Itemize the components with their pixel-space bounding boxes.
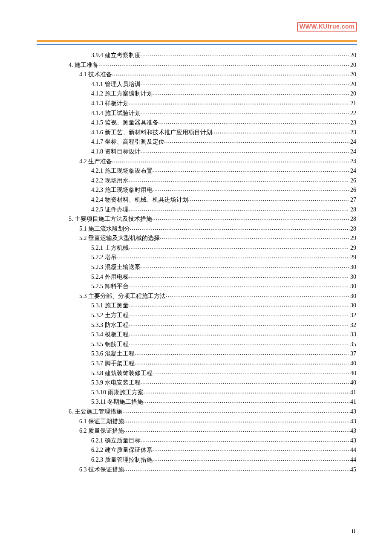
- toc-entry[interactable]: 5.3.1 施工测量30: [37, 301, 356, 311]
- toc-entry-page: 40: [349, 369, 356, 379]
- toc-leader-dots: [129, 339, 350, 349]
- toc-entry-label: 4.2 生产准备: [79, 157, 112, 167]
- toc-entry[interactable]: 5. 主要项目施工方法及技术措施28: [37, 214, 356, 224]
- toc-entry-page: 43: [349, 407, 356, 417]
- toc-entry-page: 37: [349, 349, 356, 359]
- toc-entry-page: 20: [349, 80, 356, 90]
- toc-leader-dots: [141, 435, 350, 445]
- toc-entry-label: 4.1.4 施工试验计划: [91, 109, 141, 119]
- toc-entry-page: 24: [349, 166, 356, 176]
- toc-entry[interactable]: 5.3.8 建筑装饰装修工程40: [37, 369, 356, 379]
- watermark-stamp: WWW.KUtrue.com: [297, 22, 357, 32]
- toc-entry-page: 24: [349, 157, 356, 167]
- toc-entry[interactable]: 4.1.8 资料目标设计24: [37, 147, 356, 157]
- toc-entry[interactable]: 5.3.9 水电安装工程40: [37, 378, 356, 388]
- toc-entry-page: 30: [349, 272, 356, 282]
- toc-entry[interactable]: 6.3 技术保证措施45: [37, 465, 356, 475]
- toc-entry-page: 30: [349, 282, 356, 292]
- toc-entry[interactable]: 4.2.3 施工现场临时用电26: [37, 185, 356, 195]
- toc-entry-label: 5.3.2 土方工程: [91, 311, 129, 321]
- toc-entry[interactable]: 5.3.6 混凝土工程37: [37, 349, 356, 359]
- toc-entry[interactable]: 4. 施工准备20: [37, 61, 356, 70]
- toc-entry[interactable]: 5.3 主要分部、分项工程施工方法30: [37, 292, 356, 301]
- toc-entry-label: 5.2.2 塔吊: [91, 253, 117, 263]
- page-number: II: [352, 528, 355, 535]
- toc-entry-page: 43: [349, 436, 356, 446]
- toc-entry[interactable]: 5.2 垂直运输及大型机械的选择29: [37, 234, 356, 243]
- toc-entry[interactable]: 4.1.6 新工艺、新材料和技术推广应用项目计划23: [37, 128, 356, 138]
- toc-entry[interactable]: 6.2.2 建立质量保证体系44: [37, 445, 356, 455]
- toc-entry[interactable]: 4.1.2 施工方案编制计划20: [37, 89, 356, 99]
- toc-entry[interactable]: 4.1.3 样板计划21: [37, 99, 356, 109]
- toc-entry-label: 6. 主要施工管理措施: [69, 407, 122, 417]
- toc-entry-label: 4.1.6 新工艺、新材料和技术推广应用项目计划: [91, 128, 212, 138]
- toc-entry-page: 43: [349, 426, 356, 436]
- toc-entry[interactable]: 6.2.3 质量管理控制措施44: [37, 455, 356, 465]
- toc-leader-dots: [117, 252, 350, 262]
- toc-entry-page: 32: [349, 321, 356, 330]
- toc-entry-page: 24: [349, 147, 356, 157]
- toc-entry-label: 5.1 施工流水段划分: [79, 224, 130, 234]
- toc-entry[interactable]: 5.2.3 混凝土输送泵30: [37, 263, 356, 272]
- toc-entry-page: 28: [349, 224, 356, 234]
- toc-entry[interactable]: 5.2.5 卸料平台30: [37, 282, 356, 292]
- toc-entry[interactable]: 5.3.2 土方工程32: [37, 311, 356, 321]
- toc-entry[interactable]: 5.2.1 土方机械29: [37, 243, 356, 253]
- toc-leader-dots: [124, 464, 349, 474]
- toc-leader-dots: [141, 50, 350, 60]
- toc-entry-page: 27: [349, 195, 356, 205]
- toc-entry[interactable]: 5.3.5 钢筋工程35: [37, 340, 356, 350]
- toc-entry-page: 24: [349, 137, 356, 147]
- toc-entry[interactable]: 4.1.4 施工试验计划22: [37, 109, 356, 119]
- toc-entry[interactable]: 3.9.4 建立考察制度20: [37, 51, 356, 61]
- toc-entry[interactable]: 4.1 技术准备20: [37, 70, 356, 80]
- toc-entry-label: 5.2 垂直运输及大型机械的选择: [79, 234, 160, 243]
- toc-entry[interactable]: 5.1 施工流水段划分28: [37, 224, 356, 234]
- toc-entry[interactable]: 5.3.3 防水工程32: [37, 321, 356, 330]
- toc-entry[interactable]: 6. 主要施工管理措施43: [37, 407, 356, 417]
- toc-leader-dots: [129, 98, 350, 108]
- toc-entry-label: 5.2.5 卸料平台: [91, 282, 129, 292]
- toc-entry-page: 30: [349, 301, 356, 311]
- toc-leader-dots: [166, 291, 349, 301]
- toc-entry-label: 5.2.3 混凝土输送泵: [91, 263, 141, 272]
- toc-entry[interactable]: 4.2.5 证件办理28: [37, 205, 356, 215]
- toc-entry-label: 4.1.8 资料目标设计: [91, 147, 141, 157]
- toc-leader-dots: [129, 272, 350, 281]
- toc-entry[interactable]: 5.3.4 模板工程33: [37, 330, 356, 340]
- toc-entry[interactable]: 6.2 质量保证措施43: [37, 426, 356, 436]
- toc-entry-page: 20: [349, 70, 356, 80]
- toc-leader-dots: [153, 165, 350, 175]
- toc-entry[interactable]: 5.2.4 外用电梯30: [37, 272, 356, 282]
- toc-entry[interactable]: 5.2.2 塔吊29: [37, 253, 356, 263]
- toc-entry-label: 6.1 保证工期措施: [79, 417, 124, 427]
- toc-entry[interactable]: 4.1.1 管理人员培训20: [37, 80, 356, 90]
- toc-entry-label: 5.3.5 钢筋工程: [91, 340, 129, 350]
- toc-leader-dots: [124, 416, 349, 426]
- toc-entry[interactable]: 4.2 生产准备24: [37, 157, 356, 167]
- toc-entry-page: 44: [349, 445, 356, 455]
- toc-entry-label: 5.3.10 雨期施工方案: [91, 388, 144, 398]
- toc-entry[interactable]: 4.1.5 监视、测量器具准备23: [37, 118, 356, 128]
- toc-entry[interactable]: 4.2.4 物资材料、机械、机具进场计划27: [37, 195, 356, 205]
- toc-entry[interactable]: 5.3.11 冬期施工措施41: [37, 397, 356, 407]
- toc-entry[interactable]: 4.1.7 坐标、高程引测及定位24: [37, 137, 356, 147]
- toc-entry-label: 5.3.11 冬期施工措施: [91, 397, 143, 407]
- toc-entry-label: 4.1.2 施工方案编制计划: [91, 89, 153, 99]
- toc-entry-page: 22: [349, 109, 356, 119]
- toc-entry[interactable]: 5.3.10 雨期施工方案41: [37, 388, 356, 398]
- toc-entry[interactable]: 4.2.2 现场用水26: [37, 176, 356, 186]
- toc-entry-label: 4.1.1 管理人员培训: [91, 80, 141, 90]
- toc-leader-dots: [188, 194, 350, 204]
- toc-leader-dots: [153, 445, 350, 454]
- toc-entry[interactable]: 4.2.1 施工现场临设布置24: [37, 166, 356, 176]
- toc-entry[interactable]: 5.3.7 脚手架工程40: [37, 359, 356, 369]
- toc-entry-page: 33: [349, 330, 356, 340]
- toc-entry-label: 5.2.4 外用电梯: [91, 272, 129, 282]
- toc-leader-dots: [164, 136, 350, 146]
- toc-entry-label: 6.2.1 确立质量目标: [91, 436, 141, 446]
- toc-entry[interactable]: 6.1 保证工期措施43: [37, 417, 356, 427]
- toc-leader-dots: [112, 69, 349, 79]
- toc-leader-dots: [98, 60, 349, 69]
- toc-entry[interactable]: 6.2.1 确立质量目标43: [37, 436, 356, 446]
